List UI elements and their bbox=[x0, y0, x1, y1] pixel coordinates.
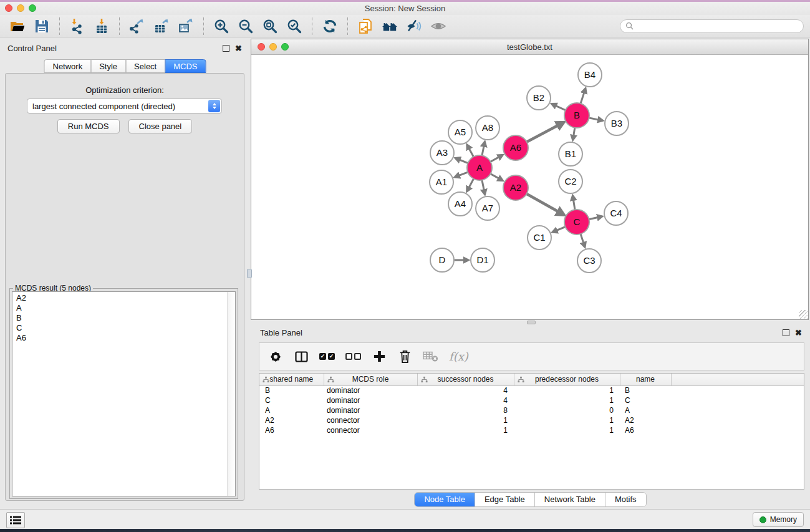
mcds-result-item[interactable]: B bbox=[12, 313, 235, 323]
table-cell[interactable]: A6 bbox=[620, 425, 671, 435]
add-column-button[interactable] bbox=[372, 348, 387, 365]
zoom-selected-button[interactable] bbox=[285, 17, 304, 36]
deselect-all-button[interactable] bbox=[345, 348, 361, 365]
table-cell[interactable]: 4 bbox=[417, 395, 514, 405]
column-header-name[interactable]: name bbox=[620, 374, 671, 385]
show-panels-button[interactable] bbox=[429, 17, 448, 36]
table-cell[interactable]: 1 bbox=[417, 415, 514, 425]
tab-select[interactable]: Select bbox=[125, 59, 165, 73]
tab-style[interactable]: Style bbox=[90, 59, 126, 73]
hide-panels-button[interactable] bbox=[405, 17, 423, 36]
clone-network-button[interactable] bbox=[356, 17, 375, 36]
search-input[interactable] bbox=[637, 22, 798, 31]
table-row[interactable]: Adominator80A bbox=[259, 405, 804, 415]
table-cell[interactable]: A6 bbox=[259, 425, 324, 435]
graph-node-A8[interactable]: A8 bbox=[476, 116, 499, 140]
close-panel-icon[interactable]: ✖ bbox=[235, 44, 242, 52]
float-panel-icon[interactable] bbox=[223, 45, 229, 52]
graph-node-B4[interactable]: B4 bbox=[578, 63, 602, 87]
zoom-in-button[interactable] bbox=[212, 17, 231, 36]
refresh-layout-button[interactable] bbox=[321, 17, 339, 36]
graph-node-A5[interactable]: A5 bbox=[448, 120, 472, 144]
export-table-button[interactable] bbox=[152, 17, 171, 36]
node-table[interactable]: shared nameMCDS rolesuccessor nodesprede… bbox=[259, 374, 804, 435]
export-image-button[interactable] bbox=[176, 17, 195, 36]
graph-node-B2[interactable]: B2 bbox=[527, 86, 551, 110]
table-row[interactable]: Cdominator41C bbox=[259, 395, 804, 405]
float-table-panel-icon[interactable] bbox=[783, 329, 789, 336]
mcds-result-list[interactable]: A2ABCA6 bbox=[12, 291, 236, 496]
export-network-button[interactable] bbox=[128, 17, 147, 36]
table-settings-button[interactable] bbox=[268, 348, 283, 365]
column-header-predecessor-nodes[interactable]: predecessor nodes bbox=[514, 374, 620, 385]
zoom-fit-button[interactable] bbox=[261, 17, 279, 36]
graph-node-A6[interactable]: A6 bbox=[503, 135, 528, 160]
graph-node-C4[interactable]: C4 bbox=[604, 201, 628, 225]
table-cell[interactable]: B bbox=[259, 385, 324, 395]
table-cell[interactable]: 0 bbox=[514, 405, 620, 415]
tab-mcds[interactable]: MCDS bbox=[165, 59, 206, 73]
criterion-dropdown[interactable]: largest connected component (directed) bbox=[27, 99, 222, 114]
table-cell[interactable]: A2 bbox=[259, 415, 324, 425]
table-cell[interactable]: C bbox=[620, 395, 671, 405]
table-cell[interactable]: connector bbox=[324, 425, 417, 435]
tab-motifs[interactable]: Motifs bbox=[605, 493, 646, 506]
table-cell[interactable]: A bbox=[620, 405, 671, 415]
run-mcds-button[interactable]: Run MCDS bbox=[57, 119, 120, 133]
table-cell[interactable]: 1 bbox=[514, 395, 620, 405]
graph-node-C2[interactable]: C2 bbox=[559, 170, 582, 193]
table-cell[interactable]: dominator bbox=[324, 385, 417, 395]
table-cell[interactable]: A2 bbox=[620, 415, 671, 425]
tab-node-table[interactable]: Node Table bbox=[415, 493, 475, 506]
network-graph[interactable]: AA1A2A3A4A5A6A7A8BB1B2B3B4CC1C2C3C4DD1 bbox=[251, 55, 808, 319]
graph-node-D1[interactable]: D1 bbox=[471, 248, 494, 272]
graph-node-C[interactable]: C bbox=[564, 210, 589, 235]
split-panel-button[interactable] bbox=[294, 348, 309, 365]
graph-node-A7[interactable]: A7 bbox=[476, 196, 499, 220]
open-session-button[interactable] bbox=[8, 17, 27, 36]
graph-node-B3[interactable]: B3 bbox=[605, 112, 629, 135]
column-header-shared-name[interactable]: shared name bbox=[259, 374, 324, 385]
graph-node-B1[interactable]: B1 bbox=[559, 142, 582, 166]
zoom-out-button[interactable] bbox=[236, 17, 255, 36]
network-window-titlebar[interactable]: testGlobe.txt bbox=[251, 39, 808, 55]
table-cell[interactable]: connector bbox=[324, 415, 417, 425]
graph-node-B[interactable]: B bbox=[564, 103, 589, 128]
close-table-panel-icon[interactable]: ✖ bbox=[795, 329, 802, 337]
tab-edge-table[interactable]: Edge Table bbox=[475, 493, 535, 506]
memory-button[interactable]: Memory bbox=[753, 512, 804, 527]
task-history-button[interactable] bbox=[6, 512, 25, 528]
table-cell[interactable]: 1 bbox=[514, 425, 620, 435]
graph-node-A4[interactable]: A4 bbox=[448, 192, 472, 216]
graph-node-A3[interactable]: A3 bbox=[430, 141, 454, 165]
vertical-splitter-grip[interactable] bbox=[247, 269, 252, 278]
table-cell[interactable]: 1 bbox=[514, 415, 620, 425]
column-header-successor-nodes[interactable]: successor nodes bbox=[417, 374, 514, 385]
table-cell[interactable]: dominator bbox=[324, 395, 417, 405]
tab-network[interactable]: Network bbox=[44, 59, 91, 73]
graph-node-A[interactable]: A bbox=[467, 155, 492, 180]
select-all-button[interactable]: ✓✓ bbox=[319, 348, 335, 365]
mcds-result-item[interactable]: A6 bbox=[12, 333, 235, 343]
table-cell[interactable]: 8 bbox=[417, 405, 514, 415]
home-networks-button[interactable] bbox=[380, 17, 399, 36]
list-scrollbar[interactable] bbox=[227, 292, 235, 496]
graph-node-A2[interactable]: A2 bbox=[503, 175, 528, 200]
tab-network-table[interactable]: Network Table bbox=[535, 493, 605, 506]
table-row[interactable]: A6connector11A6 bbox=[259, 425, 804, 435]
table-row[interactable]: Bdominator41B bbox=[259, 385, 804, 395]
graph-node-C3[interactable]: C3 bbox=[577, 249, 601, 273]
mcds-result-item[interactable]: C bbox=[12, 323, 235, 333]
import-table-button[interactable] bbox=[92, 17, 111, 36]
column-header-mcds-role[interactable]: MCDS role bbox=[324, 374, 417, 385]
table-cell[interactable]: C bbox=[259, 395, 324, 405]
save-session-button[interactable] bbox=[32, 17, 51, 36]
graph-node-A1[interactable]: A1 bbox=[430, 170, 453, 194]
window-resize-grip[interactable] bbox=[799, 310, 808, 319]
network-canvas[interactable]: AA1A2A3A4A5A6A7A8BB1B2B3B4CC1C2C3C4DD1 bbox=[251, 55, 808, 319]
close-panel-button[interactable]: Close panel bbox=[128, 119, 193, 133]
table-cell[interactable]: dominator bbox=[324, 405, 417, 415]
mcds-result-item[interactable]: A bbox=[12, 303, 235, 313]
import-network-button[interactable] bbox=[68, 17, 87, 36]
delete-column-button[interactable] bbox=[397, 348, 412, 365]
